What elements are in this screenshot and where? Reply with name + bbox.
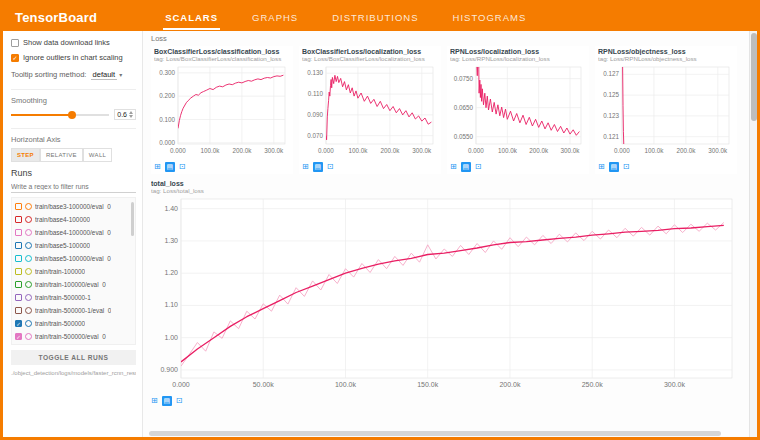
run-checkbox-icon[interactable] <box>15 229 22 236</box>
chart-tag: tag: Loss/BoxClassifierLoss/classificati… <box>154 55 290 62</box>
run-checkbox-icon[interactable]: ✓ <box>15 320 22 327</box>
chart-plot[interactable]: 0.1300.1100.0900.0700.000100.0k200.0k300… <box>302 63 438 157</box>
tab-distributions[interactable]: DISTRIBUTIONS <box>330 5 420 30</box>
run-checkbox-icon[interactable] <box>15 203 22 210</box>
run-isolate-icon[interactable] <box>25 320 32 327</box>
run-item[interactable]: train/train-500000-1/eval_0 <box>15 304 129 317</box>
tooltip-sorting-row: Tooltip sorting method: default ▾ <box>11 70 136 79</box>
svg-text:1.40: 1.40 <box>164 205 178 212</box>
svg-text:100.0k: 100.0k <box>335 381 357 388</box>
chart-plot[interactable]: 0.07500.06500.05500.000100.0k200.0k300.0… <box>450 63 586 157</box>
svg-text:0.000: 0.000 <box>170 147 186 154</box>
svg-text:200.0k: 200.0k <box>529 147 549 154</box>
run-isolate-icon[interactable] <box>25 333 32 340</box>
run-isolate-icon[interactable] <box>25 216 32 223</box>
vertical-scrollbar[interactable] <box>749 31 757 437</box>
fullscreen-icon[interactable]: ⊞ <box>302 162 309 172</box>
chart-card-classification-loss: BoxClassifierLoss/classification_loss ta… <box>151 46 293 174</box>
scrollbar-thumb[interactable] <box>149 431 721 436</box>
chart-plot[interactable]: 1.401.301.201.101.000.9000.00050.00k100.… <box>151 195 737 391</box>
run-item[interactable]: train/base3-100000/eval_0 <box>15 200 129 213</box>
show-download-links-row[interactable]: Show data download links <box>11 38 136 47</box>
svg-text:0.100: 0.100 <box>159 116 175 123</box>
svg-text:0.200: 0.200 <box>159 92 175 99</box>
run-list-scrollbar[interactable] <box>131 202 134 236</box>
svg-text:1.00: 1.00 <box>164 334 178 341</box>
run-checkbox-icon[interactable] <box>15 294 22 301</box>
run-checkbox-icon[interactable] <box>15 307 22 314</box>
tooltip-sorting-dropdown[interactable]: default <box>91 70 118 80</box>
run-item[interactable]: train/base5-100000/eval_0 <box>15 252 129 265</box>
axis-button-wall[interactable]: WALL <box>83 148 112 162</box>
fullscreen-icon[interactable]: ⊞ <box>151 396 158 406</box>
svg-text:300.0k: 300.0k <box>561 147 581 154</box>
run-checkbox-icon[interactable] <box>15 268 22 275</box>
run-item[interactable]: train/base4-100000 <box>15 213 129 226</box>
chart-options-icon[interactable]: ▤ <box>609 162 619 172</box>
run-isolate-icon[interactable] <box>25 268 32 275</box>
chart-options-icon[interactable]: ▤ <box>461 162 471 172</box>
run-checkbox-icon[interactable] <box>15 281 22 288</box>
run-checkbox-icon[interactable]: ✓ <box>15 333 22 340</box>
fullscreen-icon[interactable]: ⊞ <box>154 162 161 172</box>
horizontal-scrollbar[interactable] <box>149 431 745 436</box>
run-item[interactable]: train/train-100000 <box>15 265 129 278</box>
pin-icon[interactable]: ⊡ <box>475 162 482 172</box>
svg-text:0.0650: 0.0650 <box>454 104 474 111</box>
scrollbar-thumb[interactable] <box>751 33 757 121</box>
run-item[interactable]: train/base4-100000/eval_0 <box>15 226 129 239</box>
svg-text:0.000: 0.000 <box>614 147 630 154</box>
smoothing-slider[interactable] <box>11 111 109 119</box>
run-filter-input[interactable] <box>11 181 136 193</box>
axis-button-step[interactable]: STEP <box>11 148 40 162</box>
checkbox-icon[interactable] <box>11 39 19 47</box>
tab-histograms[interactable]: HISTOGRAMS <box>451 5 529 30</box>
pin-icon[interactable]: ⊡ <box>327 162 334 172</box>
run-isolate-icon[interactable] <box>25 255 32 262</box>
chart-options-icon[interactable]: ▤ <box>165 162 175 172</box>
pin-icon[interactable]: ⊡ <box>179 162 186 172</box>
svg-text:200.0k: 200.0k <box>232 147 252 154</box>
tab-scalars[interactable]: SCALARS <box>163 5 220 30</box>
run-item[interactable]: train/base5-100000 <box>15 239 129 252</box>
tab-graphs[interactable]: GRAPHS <box>250 5 300 30</box>
chart-plot[interactable]: 0.3000.2000.1000.0000.000100.0k200.0k300… <box>154 63 290 157</box>
small-charts-row: BoxClassifierLoss/classification_loss ta… <box>151 46 743 174</box>
run-item[interactable]: ✓train/train-500000/eval_0 <box>15 330 129 343</box>
fullscreen-icon[interactable]: ⊞ <box>450 162 457 172</box>
svg-text:300.0k: 300.0k <box>412 147 432 154</box>
run-checkbox-icon[interactable] <box>15 255 22 262</box>
axis-button-relative[interactable]: RELATIVE <box>40 148 83 162</box>
slider-knob[interactable] <box>68 111 76 119</box>
run-item[interactable]: train/train-100000/eval_0 <box>15 278 129 291</box>
run-item[interactable]: train/train-500000-1 <box>15 291 129 304</box>
chart-plot[interactable]: 0.1270.1250.1230.1210.000100.0k200.0k300… <box>598 63 734 157</box>
category-header-loss[interactable]: Loss <box>151 34 743 43</box>
run-isolate-icon[interactable] <box>25 229 32 236</box>
chevron-down-icon[interactable]: ▾ <box>119 72 122 78</box>
pin-icon[interactable]: ⊡ <box>176 396 183 406</box>
svg-text:100.0k: 100.0k <box>348 147 368 154</box>
stepper-icon[interactable] <box>129 111 133 118</box>
run-isolate-icon[interactable] <box>25 294 32 301</box>
ignore-outliers-row[interactable]: ✓ Ignore outliers in chart scaling <box>11 53 136 62</box>
run-isolate-icon[interactable] <box>25 307 32 314</box>
run-isolate-icon[interactable] <box>25 281 32 288</box>
chart-title: BoxClassifierLoss/localization_loss <box>302 48 438 55</box>
smoothing-label: Smoothing <box>11 96 136 105</box>
chart-options-icon[interactable]: ▤ <box>162 396 172 406</box>
smoothing-value-input[interactable]: 0.6 <box>114 109 136 120</box>
run-list-container: train/base3-100000/eval_0train/base4-100… <box>11 197 136 345</box>
run-item[interactable]: ✓train/train-500000 <box>15 317 129 330</box>
toggle-all-runs-button[interactable]: TOGGLE ALL RUNS <box>11 350 136 365</box>
checkbox-checked-icon[interactable]: ✓ <box>11 54 19 62</box>
run-isolate-icon[interactable] <box>25 242 32 249</box>
fullscreen-icon[interactable]: ⊞ <box>598 162 605 172</box>
pin-icon[interactable]: ⊡ <box>623 162 630 172</box>
run-isolate-icon[interactable] <box>25 203 32 210</box>
chart-title: RPNLoss/localization_loss <box>450 48 586 55</box>
run-checkbox-icon[interactable] <box>15 216 22 223</box>
main-content: Loss BoxClassifierLoss/classification_lo… <box>143 31 757 437</box>
chart-options-icon[interactable]: ▤ <box>313 162 323 172</box>
run-checkbox-icon[interactable] <box>15 242 22 249</box>
